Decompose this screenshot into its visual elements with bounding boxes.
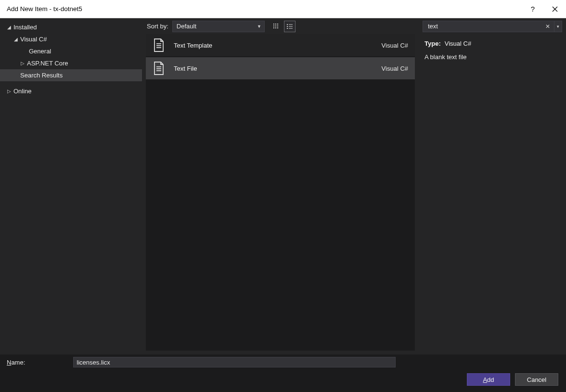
template-list: Text Template Visual C# xyxy=(146,34,415,351)
svg-rect-9 xyxy=(275,27,276,28)
title-bar: Add New Item - tx-dotnet5 ? xyxy=(0,0,566,18)
svg-rect-5 xyxy=(273,25,274,26)
type-label: Type: xyxy=(424,39,441,49)
sort-dropdown[interactable]: Default ▼ xyxy=(172,21,265,32)
add-new-item-dialog: Add New Item - tx-dotnet5 ? ◢ Installed … xyxy=(0,0,566,392)
svg-rect-3 xyxy=(275,24,276,25)
template-description: A blank text file xyxy=(424,52,560,62)
svg-rect-4 xyxy=(277,24,278,25)
document-icon xyxy=(151,37,167,53)
search-box[interactable]: ✕ xyxy=(423,21,554,32)
chevron-down-icon: ▾ xyxy=(557,24,559,29)
svg-rect-12 xyxy=(289,24,293,25)
template-text-file[interactable]: Text File Visual C# xyxy=(146,57,415,79)
collapse-icon: ◢ xyxy=(6,25,13,30)
template-label: Text Template xyxy=(167,42,382,49)
svg-rect-16 xyxy=(289,28,293,28)
svg-rect-8 xyxy=(273,27,274,28)
tree-label: ASP.NET Core xyxy=(26,60,68,67)
template-category: Visual C# xyxy=(382,42,408,49)
tree-aspnet-core[interactable]: ▷ ASP.NET Core xyxy=(0,57,142,69)
center-panel: Sort by: Default ▼ xyxy=(142,18,419,354)
svg-rect-15 xyxy=(287,28,288,29)
tree-installed[interactable]: ◢ Installed xyxy=(0,21,142,33)
category-tree: ◢ Installed ◢ Visual C# General ▷ ASP.NE… xyxy=(0,18,142,354)
client-area: ◢ Installed ◢ Visual C# General ▷ ASP.NE… xyxy=(0,18,566,392)
template-details: Type: Visual C# A blank text file xyxy=(419,34,566,67)
search-input[interactable] xyxy=(427,22,543,30)
help-button[interactable]: ? xyxy=(522,0,544,18)
view-small-list-button[interactable] xyxy=(284,21,296,32)
tree-label: Search Results xyxy=(19,72,63,79)
collapse-icon: ◢ xyxy=(13,37,19,42)
svg-rect-6 xyxy=(275,25,276,26)
close-icon xyxy=(552,6,558,12)
add-button[interactable]: Add xyxy=(467,373,510,386)
clear-search-button[interactable]: ✕ xyxy=(543,23,552,30)
expand-icon: ▷ xyxy=(6,89,13,94)
add-button-label: Add xyxy=(483,376,494,383)
details-panel: ✕ ▾ Type: Visual C# A blank text file xyxy=(419,18,566,354)
tree-general[interactable]: General xyxy=(0,45,142,57)
tree-label: Online xyxy=(13,88,32,95)
name-input[interactable] xyxy=(73,357,396,367)
tree-visual-csharp[interactable]: ◢ Visual C# xyxy=(0,33,142,45)
tree-search-results[interactable]: Search Results xyxy=(0,69,142,81)
tree-online[interactable]: ▷ Online xyxy=(0,85,142,97)
type-line: Type: Visual C# xyxy=(424,39,560,49)
svg-rect-11 xyxy=(287,24,288,25)
search-wrap: ✕ ▾ xyxy=(419,18,566,34)
main-area: ◢ Installed ◢ Visual C# General ▷ ASP.NE… xyxy=(0,18,566,354)
footer: Add Cancel xyxy=(0,370,566,392)
svg-rect-2 xyxy=(273,24,274,25)
template-text-template[interactable]: Text Template Visual C# xyxy=(146,34,415,56)
name-bar: Name: xyxy=(0,354,566,370)
svg-rect-13 xyxy=(287,26,288,27)
view-mode-group xyxy=(270,21,296,32)
toolbar: Sort by: Default ▼ xyxy=(142,18,419,34)
tree-label: Visual C# xyxy=(19,36,47,43)
type-value: Visual C# xyxy=(445,39,471,49)
svg-rect-14 xyxy=(289,26,293,26)
document-icon xyxy=(151,60,167,76)
list-icon xyxy=(286,23,293,30)
name-label: Name: xyxy=(7,359,25,366)
view-medium-icons-button[interactable] xyxy=(270,21,282,32)
search-options-dropdown[interactable]: ▾ xyxy=(554,21,562,32)
tree-label: General xyxy=(28,48,51,55)
cancel-button[interactable]: Cancel xyxy=(515,373,558,386)
sort-by-label: Sort by: xyxy=(147,23,168,30)
tree-label: Installed xyxy=(13,24,37,31)
window-title: Add New Item - tx-dotnet5 xyxy=(7,5,82,13)
expand-icon: ▷ xyxy=(19,61,26,66)
chevron-down-icon: ▼ xyxy=(257,24,261,29)
grid-icon xyxy=(273,23,280,30)
sort-value: Default xyxy=(177,23,257,30)
template-category: Visual C# xyxy=(382,65,408,72)
template-label: Text File xyxy=(167,65,382,72)
cancel-button-label: Cancel xyxy=(527,376,546,383)
close-button[interactable] xyxy=(544,0,566,18)
svg-rect-10 xyxy=(277,27,278,28)
svg-rect-7 xyxy=(277,25,278,26)
